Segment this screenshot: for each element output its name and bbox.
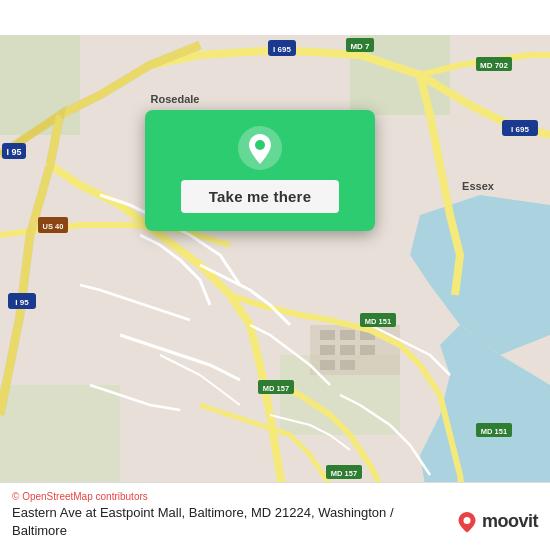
popup-card: Take me there bbox=[145, 110, 375, 231]
svg-text:Rosedale: Rosedale bbox=[151, 93, 200, 105]
osm-credit-text: © OpenStreetMap contributors bbox=[12, 491, 148, 502]
svg-text:I 695: I 695 bbox=[511, 125, 529, 134]
osm-credit: © OpenStreetMap contributors bbox=[12, 491, 538, 502]
map-container: I 95 I 95 895 I 695 I 695 MD 702 US 40 M… bbox=[0, 0, 550, 550]
svg-rect-11 bbox=[320, 345, 335, 355]
svg-rect-13 bbox=[360, 345, 375, 355]
take-me-there-button[interactable]: Take me there bbox=[181, 180, 339, 213]
map-pin-icon bbox=[238, 126, 282, 170]
svg-text:MD 7: MD 7 bbox=[350, 42, 370, 51]
svg-rect-3 bbox=[0, 35, 80, 135]
moovit-pin-icon bbox=[456, 511, 478, 533]
svg-rect-15 bbox=[340, 360, 355, 370]
svg-rect-9 bbox=[340, 330, 355, 340]
svg-text:MD 157: MD 157 bbox=[331, 469, 357, 478]
svg-text:I 695: I 695 bbox=[273, 45, 291, 54]
svg-point-46 bbox=[463, 517, 470, 524]
svg-text:MD 151: MD 151 bbox=[481, 427, 507, 436]
location-text: Eastern Ave at Eastpoint Mall, Baltimore… bbox=[12, 504, 448, 540]
svg-point-45 bbox=[255, 140, 265, 150]
svg-text:Essex: Essex bbox=[462, 180, 495, 192]
svg-text:US 40: US 40 bbox=[43, 222, 64, 231]
svg-rect-14 bbox=[320, 360, 335, 370]
svg-text:MD 151: MD 151 bbox=[365, 317, 391, 326]
svg-text:MD 157: MD 157 bbox=[263, 384, 289, 393]
svg-rect-12 bbox=[340, 345, 355, 355]
map-background: I 95 I 95 895 I 695 I 695 MD 702 US 40 M… bbox=[0, 0, 550, 550]
svg-text:I 95: I 95 bbox=[6, 147, 21, 157]
moovit-brand-text: moovit bbox=[482, 511, 538, 532]
location-row: Eastern Ave at Eastpoint Mall, Baltimore… bbox=[12, 504, 538, 540]
svg-text:I 95: I 95 bbox=[15, 298, 29, 307]
moovit-logo: moovit bbox=[456, 511, 538, 533]
svg-rect-8 bbox=[320, 330, 335, 340]
bottom-bar: © OpenStreetMap contributors Eastern Ave… bbox=[0, 482, 550, 550]
svg-text:MD 702: MD 702 bbox=[480, 61, 509, 70]
